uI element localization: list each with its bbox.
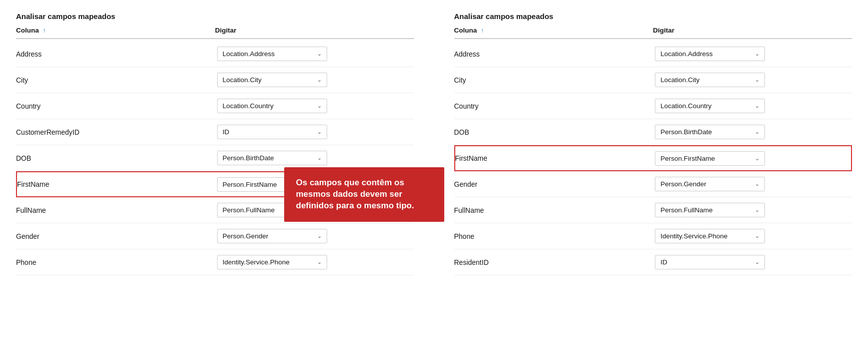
left-col-header-digitar: Digitar xyxy=(215,27,414,34)
row-label: FullName xyxy=(16,202,215,218)
chevron-down-icon: ⌄ xyxy=(755,207,759,213)
left-table-header: Coluna ↑ Digitar xyxy=(16,27,414,39)
chevron-down-icon: ⌄ xyxy=(755,77,759,83)
row-dropdown-cell: Person.Gender⌄ xyxy=(215,225,414,247)
chevron-down-icon: ⌄ xyxy=(755,129,759,135)
row-dropdown-cell: Identity.Service.Phone⌄ xyxy=(215,251,414,273)
row-dropdown-cell: Person.BirthDate⌄ xyxy=(653,121,852,143)
dropdown-value: ID xyxy=(223,128,230,136)
table-row: GenderPerson.Gender⌄ xyxy=(454,171,852,197)
chevron-down-icon: ⌄ xyxy=(755,51,759,57)
row-dropdown-cell: ID⌄ xyxy=(653,251,852,273)
dropdown-value: Person.FullName xyxy=(223,206,275,214)
chevron-down-icon: ⌄ xyxy=(317,51,322,57)
left-panel: Analisar campos mapeados Coluna ↑ Digita… xyxy=(16,12,414,275)
dropdown-box[interactable]: Location.Address⌄ xyxy=(655,47,765,61)
panels-wrapper: Analisar campos mapeados Coluna ↑ Digita… xyxy=(16,12,852,275)
right-table-body: AddressLocation.Address⌄CityLocation.Cit… xyxy=(454,41,852,275)
dropdown-box[interactable]: Person.FirstName⌄ xyxy=(655,151,765,166)
row-label: City xyxy=(454,72,653,88)
chevron-down-icon: ⌄ xyxy=(317,103,322,109)
dropdown-value: Person.BirthDate xyxy=(660,128,712,136)
table-row: CountryLocation.Country⌄ xyxy=(16,93,414,119)
dropdown-value: Identity.Service.Phone xyxy=(223,258,290,266)
row-dropdown-cell: Person.FullName⌄ xyxy=(653,199,852,221)
row-label: DOB xyxy=(454,124,653,140)
dropdown-value: Location.City xyxy=(223,76,262,84)
dropdown-box[interactable]: Person.BirthDate⌄ xyxy=(217,151,327,165)
left-table-body: AddressLocation.Address⌄CityLocation.Cit… xyxy=(16,41,414,275)
row-label: ResidentID xyxy=(454,254,653,270)
dropdown-value: Location.Address xyxy=(660,50,712,58)
dropdown-value: Person.FullName xyxy=(660,206,712,214)
right-table-header: Coluna ↑ Digitar xyxy=(454,27,852,39)
table-row: AddressLocation.Address⌄ xyxy=(16,41,414,67)
row-label: FirstName xyxy=(17,176,215,192)
row-dropdown-cell: Person.BirthDate⌄ xyxy=(215,147,414,169)
table-row: PhoneIdentity.Service.Phone⌄ xyxy=(454,223,852,249)
row-label: Country xyxy=(16,98,215,114)
dropdown-box[interactable]: Person.FullName⌄ xyxy=(655,203,765,217)
annotation-box: Os campos que contêm os mesmos dados dev… xyxy=(284,167,444,222)
row-dropdown-cell: Location.Address⌄ xyxy=(215,43,414,65)
dropdown-value: Location.Address xyxy=(223,50,275,58)
right-panel: Analisar campos mapeados Coluna ↑ Digita… xyxy=(454,12,852,275)
chevron-down-icon: ⌄ xyxy=(317,129,322,135)
dropdown-box[interactable]: ID⌄ xyxy=(655,255,765,269)
dropdown-value: Location.Country xyxy=(223,102,274,110)
row-label: DOB xyxy=(16,150,215,166)
table-row: FullNamePerson.FullName⌄ xyxy=(454,197,852,223)
dropdown-box[interactable]: Location.Address⌄ xyxy=(217,47,327,61)
table-row: FirstNamePerson.FirstName⌄ xyxy=(454,145,852,171)
chevron-down-icon: ⌄ xyxy=(755,259,759,265)
dropdown-box[interactable]: Person.BirthDate⌄ xyxy=(655,125,765,139)
dropdown-box[interactable]: Identity.Service.Phone⌄ xyxy=(655,229,765,243)
dropdown-box[interactable]: Location.Country⌄ xyxy=(655,99,765,113)
row-dropdown-cell: Location.City⌄ xyxy=(653,69,852,91)
dropdown-box[interactable]: Person.Gender⌄ xyxy=(217,229,327,243)
row-label: City xyxy=(16,72,215,88)
dropdown-box[interactable]: Person.Gender⌄ xyxy=(655,177,765,191)
row-label: Gender xyxy=(454,176,653,192)
dropdown-value: Person.Gender xyxy=(223,232,269,240)
right-panel-title: Analisar campos mapeados xyxy=(454,12,852,21)
dropdown-value: Person.FirstName xyxy=(660,155,715,162)
row-label: FullName xyxy=(454,202,653,218)
right-col-header-digitar: Digitar xyxy=(653,27,852,34)
dropdown-value: ID xyxy=(660,258,667,266)
row-label: FirstName xyxy=(455,150,653,166)
row-dropdown-cell: ID⌄ xyxy=(215,121,414,143)
chevron-down-icon: ⌄ xyxy=(755,103,759,109)
table-row: AddressLocation.Address⌄ xyxy=(454,41,852,67)
right-sort-arrow[interactable]: ↑ xyxy=(481,27,484,34)
row-label: Address xyxy=(16,46,215,62)
row-label: Country xyxy=(454,98,653,114)
row-label: Phone xyxy=(16,254,215,270)
dropdown-value: Location.City xyxy=(660,76,699,84)
table-row: PhoneIdentity.Service.Phone⌄ xyxy=(16,249,414,275)
row-dropdown-cell: Person.FirstName⌄ xyxy=(653,147,851,170)
dropdown-value: Location.Country xyxy=(660,102,711,110)
row-dropdown-cell: Person.Gender⌄ xyxy=(653,173,852,195)
chevron-down-icon: ⌄ xyxy=(755,181,759,187)
row-dropdown-cell: Location.City⌄ xyxy=(215,69,414,91)
annotation-text: Os campos que contêm os mesmos dados dev… xyxy=(296,178,414,210)
chevron-down-icon: ⌄ xyxy=(755,155,759,162)
chevron-down-icon: ⌄ xyxy=(317,155,322,161)
row-label: Gender xyxy=(16,228,215,244)
table-row: CountryLocation.Country⌄ xyxy=(454,93,852,119)
table-row: ResidentIDID⌄ xyxy=(454,249,852,275)
row-dropdown-cell: Identity.Service.Phone⌄ xyxy=(653,225,852,247)
chevron-down-icon: ⌄ xyxy=(317,259,322,265)
dropdown-box[interactable]: ID⌄ xyxy=(217,125,327,139)
dropdown-box[interactable]: Identity.Service.Phone⌄ xyxy=(217,255,327,269)
dropdown-value: Person.BirthDate xyxy=(223,154,274,162)
dropdown-box[interactable]: Location.City⌄ xyxy=(655,73,765,87)
left-sort-arrow[interactable]: ↑ xyxy=(43,27,46,34)
row-label: CustomerRemedyID xyxy=(16,124,215,140)
dropdown-box[interactable]: Location.City⌄ xyxy=(217,73,327,87)
table-row: CityLocation.City⌄ xyxy=(16,67,414,93)
row-dropdown-cell: Location.Country⌄ xyxy=(215,95,414,117)
dropdown-box[interactable]: Location.Country⌄ xyxy=(217,99,327,113)
row-label: Address xyxy=(454,46,653,62)
